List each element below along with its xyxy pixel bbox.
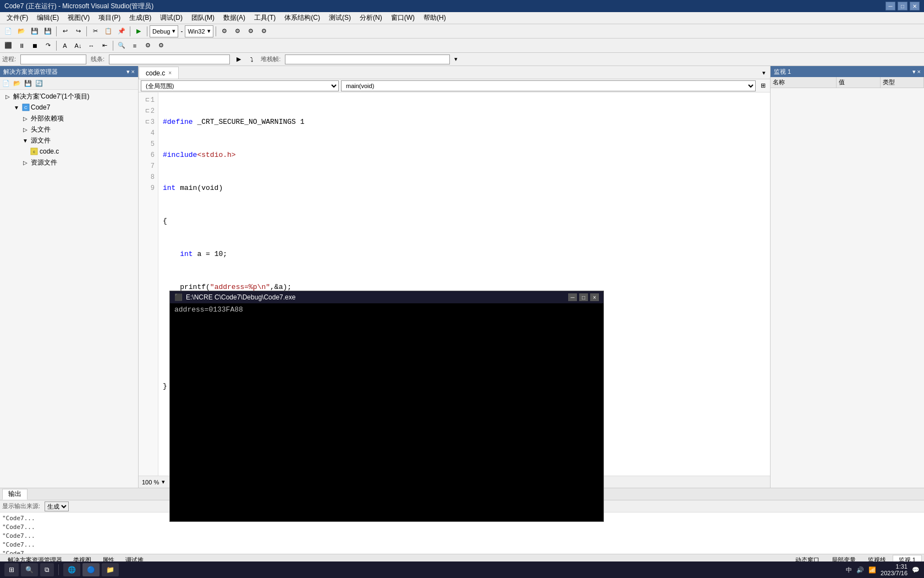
tb2-btn1[interactable]: ⬛ xyxy=(2,40,14,52)
close-button[interactable]: ✕ xyxy=(910,2,920,10)
console-restore-btn[interactable]: □ xyxy=(579,293,588,301)
tab-codec[interactable]: code.c × xyxy=(139,67,179,79)
line-2: ⊏2 xyxy=(139,106,158,117)
kw-define-1: #define xyxy=(163,117,193,128)
watch-panel: 监视 1 ▾ × 名称 值 类型 xyxy=(770,66,924,488)
console-titlebar: ⬛ E:\NCRE C\Code7\Debug\Code7.exe ─ □ × xyxy=(170,291,603,303)
platform-arrow: ▾ xyxy=(207,28,211,35)
solution-icon: ▷ xyxy=(3,92,12,101)
menu-tools[interactable]: 工具(T) xyxy=(250,12,280,24)
output-tab-output[interactable]: 输出 xyxy=(2,489,28,500)
new-project-btn[interactable]: 📄 xyxy=(2,25,14,37)
paste-btn[interactable]: 📌 xyxy=(116,25,128,37)
tb2-btn7[interactable]: ↔ xyxy=(85,40,97,52)
se-new-btn[interactable]: 📄 xyxy=(1,78,11,88)
menu-team[interactable]: 团队(M) xyxy=(187,12,219,24)
sep2 xyxy=(86,26,87,36)
tab-close-btn[interactable]: × xyxy=(168,70,172,76)
tree-solution[interactable]: ▷ 解决方案'Code7'(1个项目) xyxy=(1,91,137,102)
scope-right-dropdown[interactable]: main(void) xyxy=(341,80,756,91)
browser-button[interactable]: 🌐 xyxy=(63,563,80,576)
start-button[interactable]: ⊞ xyxy=(4,563,19,576)
toolbar-extra2[interactable]: ⚙ xyxy=(232,25,244,37)
menu-file[interactable]: 文件(F) xyxy=(2,12,32,24)
sep7 xyxy=(113,41,113,51)
platform-value: Win32 xyxy=(188,28,205,35)
vs-button[interactable]: 🔵 xyxy=(82,563,100,576)
codec-icon: c xyxy=(30,147,38,156)
output-line-3: "Code7... xyxy=(2,531,922,540)
redo-btn[interactable]: ↪ xyxy=(72,25,84,37)
se-folder-btn[interactable]: 📂 xyxy=(12,78,22,88)
toolbar-extra1[interactable]: ⚙ xyxy=(218,25,230,37)
tree-codec[interactable]: c code.c xyxy=(1,146,137,157)
cut-btn[interactable]: ✂ xyxy=(89,25,101,37)
proc-bar: 进程: 线条: ▶ ⤵ 堆栈帧: ▾ xyxy=(0,53,924,66)
output-tab-label: 输出 xyxy=(8,489,21,499)
new-tab-btn[interactable]: ▾ xyxy=(758,67,770,79)
tb2-btn6[interactable]: A↓ xyxy=(72,40,84,52)
tb2-btn2[interactable]: ⏸ xyxy=(15,40,28,52)
open-btn[interactable]: 📂 xyxy=(15,25,28,37)
tb2-btn4[interactable]: ↷ xyxy=(42,40,54,52)
console-window[interactable]: ⬛ E:\NCRE C\Code7\Debug\Code7.exe ─ □ × … xyxy=(169,291,604,522)
ext-dep-label: 外部依赖项 xyxy=(31,114,64,123)
scope-left-dropdown[interactable]: (全局范围) xyxy=(141,80,339,91)
tb2-btn8[interactable]: ⇤ xyxy=(98,40,111,52)
output-filter-label: 显示输出来源: xyxy=(2,502,40,510)
menu-edit[interactable]: 编辑(E) xyxy=(32,12,63,24)
tb2-btn9[interactable]: 🔍 xyxy=(116,40,128,52)
se-refresh-btn[interactable]: 🔄 xyxy=(34,78,44,88)
headers-icon: ▷ xyxy=(21,125,30,134)
tree-resources[interactable]: ▷ 资源文件 xyxy=(1,157,137,168)
menu-view[interactable]: 视图(V) xyxy=(63,12,94,24)
save-all-btn[interactable]: 💾 xyxy=(42,25,54,37)
tb2-btn12[interactable]: ⚙ xyxy=(155,40,167,52)
menu-help[interactable]: 帮助(H) xyxy=(419,12,450,24)
tree-source-files[interactable]: ▼ 源文件 xyxy=(1,135,137,146)
console-min-btn[interactable]: ─ xyxy=(568,293,577,301)
taskview-button[interactable]: ⧉ xyxy=(40,563,54,576)
explorer-button[interactable]: 📁 xyxy=(102,563,119,576)
menu-arch[interactable]: 体系结构(C) xyxy=(280,12,324,24)
start-debug-btn[interactable]: ▶ xyxy=(133,25,145,37)
tree-external-deps[interactable]: ▷ 外部依赖项 xyxy=(1,113,137,124)
config-dropdown[interactable]: Debug ▾ xyxy=(150,25,178,37)
line-input[interactable] xyxy=(109,54,230,64)
menu-data[interactable]: 数据(A) xyxy=(219,12,250,24)
output-filter-select[interactable]: 生成 xyxy=(45,501,69,511)
copy-btn[interactable]: 📋 xyxy=(102,25,114,37)
maximize-button[interactable]: □ xyxy=(898,2,908,10)
tb2-btn11[interactable]: ⚙ xyxy=(142,40,154,52)
tb2-btn3[interactable]: ⏹ xyxy=(29,40,41,52)
undo-btn[interactable]: ↩ xyxy=(59,25,71,37)
scope-expand-btn[interactable]: ⊞ xyxy=(758,80,768,92)
notification-icon[interactable]: 💬 xyxy=(912,566,920,574)
platform-dropdown[interactable]: Win32 ▾ xyxy=(185,25,213,37)
menu-test[interactable]: 测试(S) xyxy=(324,12,355,24)
line-step-btn[interactable]: ⤵ xyxy=(248,55,256,64)
minimize-button[interactable]: ─ xyxy=(886,2,895,10)
console-icon: ⬛ xyxy=(174,293,183,301)
toolbar-extra4[interactable]: ⚙ xyxy=(258,25,270,37)
tree-project[interactable]: ▼ C Code7 xyxy=(1,102,137,113)
process-input[interactable] xyxy=(20,54,86,64)
line-go-btn[interactable]: ▶ xyxy=(234,55,243,64)
tree-headers[interactable]: ▷ 头文件 xyxy=(1,124,137,135)
menu-window[interactable]: 窗口(W) xyxy=(387,12,419,24)
menu-debug[interactable]: 调试(D) xyxy=(156,12,187,24)
start-icon: ⊞ xyxy=(9,566,14,574)
tb2-btn10[interactable]: ≡ xyxy=(129,40,141,52)
zoom-dropdown-btn[interactable]: ▾ xyxy=(159,478,168,487)
toolbar-extra3[interactable]: ⚙ xyxy=(245,25,257,37)
console-close-btn[interactable]: × xyxy=(590,293,599,301)
menu-build[interactable]: 生成(B) xyxy=(125,12,156,24)
menu-analyze[interactable]: 分析(N) xyxy=(355,12,387,24)
stack-input[interactable] xyxy=(285,54,450,64)
search-button[interactable]: 🔍 xyxy=(21,563,38,576)
save-btn[interactable]: 💾 xyxy=(29,25,41,37)
menu-project[interactable]: 项目(P) xyxy=(94,12,125,24)
se-save-btn[interactable]: 💾 xyxy=(23,78,33,88)
line-1: ⊏1 xyxy=(139,95,158,106)
tb2-btn5[interactable]: A xyxy=(59,40,71,52)
